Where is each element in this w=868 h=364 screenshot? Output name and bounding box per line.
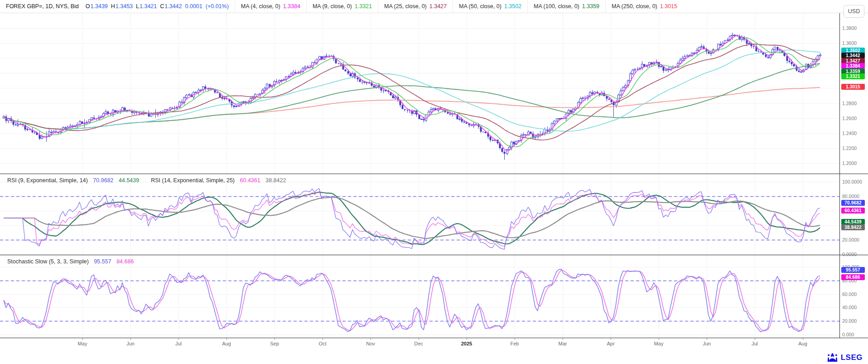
time-tick xyxy=(178,338,179,340)
rsi-panel: RSI (9, Exponential, Simple, 14) 70.9682… xyxy=(0,174,839,255)
rsi9-signal-value: 44.5439 xyxy=(119,177,139,184)
time-axis-label: Aug xyxy=(793,341,813,346)
rsi9-legend-item[interactable]: RSI (9, Exponential, Simple, 14) 70.9682… xyxy=(7,177,139,184)
axis-value-badge: 95.557 xyxy=(841,267,865,273)
time-tick xyxy=(755,338,755,340)
time-axis-label: May xyxy=(72,341,92,346)
time-axis-label: Dec xyxy=(409,341,429,346)
axis-tick-label: 80.0000 xyxy=(842,194,859,199)
axis-tick-label: 20.000 xyxy=(842,318,857,324)
time-axis-label: Jul xyxy=(169,341,188,346)
rsi14-value: 60.4361 xyxy=(240,177,260,184)
time-axis-label: Apr xyxy=(601,341,621,346)
axis-value-badge: 84.686 xyxy=(841,274,865,280)
rsi9-value: 70.9682 xyxy=(93,177,113,184)
symbol-info: FOREX GBP=, 1D, NYS, Bid xyxy=(6,3,79,10)
time-axis-label: Oct xyxy=(313,341,333,346)
ma-legend-item-250[interactable]: MA (250, close, 0)1.3015 xyxy=(606,0,683,13)
axis-value-badge: 38.8422 xyxy=(841,224,865,230)
panel-divider[interactable] xyxy=(0,174,868,174)
ma-legend-item-50[interactable]: MA (50, close, 0)1.3502 xyxy=(453,0,528,13)
high-label: H xyxy=(111,3,115,10)
close-value: 1.3442 xyxy=(164,3,182,10)
time-axis-label: Nov xyxy=(361,341,381,346)
price-panel xyxy=(0,13,839,174)
low-value: 1.3421 xyxy=(140,3,157,10)
time-tick xyxy=(371,338,371,340)
time-tick xyxy=(227,338,227,340)
axis-tick-label: 1.2800 xyxy=(842,101,857,106)
ma-legend-value: 1.3502 xyxy=(504,3,521,10)
low-label: L xyxy=(136,3,139,10)
axis-value-badge: 1.3321 xyxy=(841,73,865,79)
lseg-logo: LSEG xyxy=(826,353,863,362)
time-axis-label: Aug xyxy=(217,341,236,346)
price-chart-canvas[interactable] xyxy=(0,13,839,174)
ma-legend-value: 1.3321 xyxy=(355,3,372,10)
time-tick xyxy=(419,338,419,340)
time-tick xyxy=(707,338,707,340)
time-tick xyxy=(467,338,467,340)
ma-legend-item-4[interactable]: MA (4, close, 0)1.3384 xyxy=(235,0,307,13)
stochastic-legend-label: Stochastic Slow (5, 3, 3, Simple) xyxy=(7,258,89,265)
time-tick xyxy=(515,338,515,340)
axis-value-badge: 70.9682 xyxy=(841,200,865,206)
rsi-chart-canvas[interactable] xyxy=(0,174,839,255)
open-label: O xyxy=(86,3,90,10)
time-axis-label: Feb xyxy=(505,341,525,346)
axis-tick-label: 1.3600 xyxy=(842,40,857,46)
time-axis-label: Mar xyxy=(553,341,573,346)
axis-value-badge: 1.3015 xyxy=(841,84,865,90)
change-value: 0.0001 xyxy=(185,3,203,10)
ma-legend-item-9[interactable]: MA (9, close, 0)1.3321 xyxy=(307,0,378,13)
ma-legend-label: MA (250, close, 0) xyxy=(612,3,657,10)
time-axis-label: 2025 xyxy=(457,341,477,346)
panel-divider[interactable] xyxy=(0,255,868,255)
ma-legend-item-100[interactable]: MA (100, close, 0)1.3359 xyxy=(528,0,606,13)
rsi-axis-scale[interactable]: 100.000080.000020.00000.000070.968260.43… xyxy=(840,174,868,255)
time-axis-line xyxy=(0,338,868,338)
stochastic-chart-canvas[interactable] xyxy=(0,255,839,338)
time-tick xyxy=(275,338,275,340)
currency-button[interactable]: USD xyxy=(844,5,864,18)
symbol-legend[interactable]: FOREX GBP=, 1D, NYS, Bid O1.3439 H1.3453… xyxy=(0,0,235,13)
time-tick xyxy=(803,338,803,340)
axis-tick-label: 20.0000 xyxy=(842,237,859,243)
stochastic-d-value: 84.686 xyxy=(116,258,134,265)
ma-legend-item-25[interactable]: MA (25, close, 0)1.3427 xyxy=(378,0,453,13)
stochastic-axis-scale[interactable]: 100.00080.00060.00040.00020.0000.00095.5… xyxy=(840,255,868,338)
time-axis-label: Jul xyxy=(745,341,765,346)
axis-value-badge: 60.4361 xyxy=(841,208,865,214)
stochastic-legend-item[interactable]: Stochastic Slow (5, 3, 3, Simple) 95.557… xyxy=(7,258,134,265)
stochastic-legend[interactable]: Stochastic Slow (5, 3, 3, Simple) 95.557… xyxy=(7,258,134,265)
price-axis-scale[interactable]: 1.38001.36001.28001.26001.24001.22001.20… xyxy=(840,13,868,174)
ma-legend-value: 1.3015 xyxy=(660,3,677,10)
stochastic-k-value: 95.557 xyxy=(94,258,111,265)
rsi-legend[interactable]: RSI (9, Exponential, Simple, 14) 70.9682… xyxy=(7,177,286,184)
ma-legend-label: MA (100, close, 0) xyxy=(534,3,579,10)
lseg-logo-text: LSEG xyxy=(841,353,863,362)
time-tick xyxy=(130,338,131,340)
ma-legend-label: MA (9, close, 0) xyxy=(313,3,352,10)
time-tick xyxy=(82,338,83,340)
stochastic-panel: Stochastic Slow (5, 3, 3, Simple) 95.557… xyxy=(0,255,839,338)
time-tick xyxy=(563,338,563,340)
chart-app: FOREX GBP=, 1D, NYS, Bid O1.3439 H1.3453… xyxy=(0,0,868,364)
rsi14-legend-item[interactable]: RSI (14, Exponential, Simple, 25) 60.436… xyxy=(151,177,286,184)
ma-legend-label: MA (50, close, 0) xyxy=(459,3,502,10)
rsi14-signal-value: 38.8422 xyxy=(265,177,286,184)
axis-tick-label: 1.2400 xyxy=(842,131,857,136)
rsi9-legend-label: RSI (9, Exponential, Simple, 14) xyxy=(7,177,88,184)
time-tick xyxy=(659,338,659,340)
lseg-crest-icon xyxy=(826,353,839,362)
rsi14-legend-label: RSI (14, Exponential, Simple, 25) xyxy=(151,177,235,184)
time-tick xyxy=(323,338,323,340)
time-axis-label: May xyxy=(649,341,669,346)
time-axis[interactable]: MayJunJulAugSepOctNovDec2025FebMarAprMay… xyxy=(0,338,839,351)
time-axis-label: Sep xyxy=(265,341,285,346)
axis-tick-label: 1.2600 xyxy=(842,116,857,121)
axis-tick-label: 60.000 xyxy=(842,291,857,297)
time-axis-label: Jun xyxy=(697,341,717,346)
ma-legend-label: MA (4, close, 0) xyxy=(241,3,280,10)
axis-tick-label: 1.3800 xyxy=(842,25,857,31)
